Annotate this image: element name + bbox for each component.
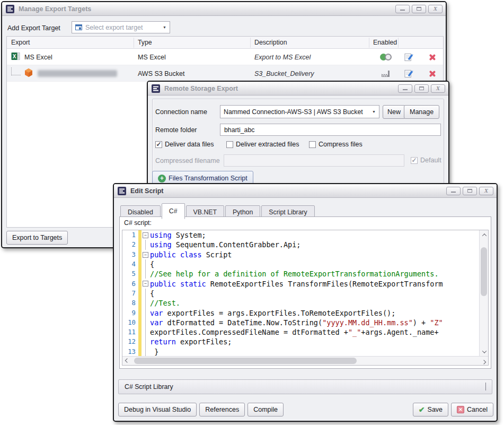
save-button[interactable]: ✔ Save [413, 403, 448, 417]
toggle-on-icon[interactable] [378, 49, 394, 65]
edit-window-titlebar[interactable]: Edit Script X [114, 184, 497, 198]
maximize-icon[interactable] [414, 84, 429, 93]
target-description: Export to MS Excel [254, 49, 311, 65]
code-line: 1−using System; [122, 230, 479, 240]
fold-guide-line [145, 347, 146, 356]
window-title: Manage Export Targets [19, 5, 91, 13]
tab-c-[interactable]: C# [162, 203, 185, 219]
checkbox-deliver-extracted-files[interactable]: Deliver extracted files [226, 141, 299, 148]
connection-name-combobox[interactable]: Nammed Connection-AWS-S3 | AWS S3 Bucket… [220, 105, 379, 118]
add-export-target-label: Add Export Target [7, 24, 60, 32]
minimize-icon[interactable] [395, 5, 410, 13]
export-to-targets-button[interactable]: Export to Targets [6, 231, 68, 245]
script-library-collapsed-panel[interactable]: C# Script Library [118, 379, 492, 394]
grid-icon [75, 23, 82, 32]
svg-text:X: X [13, 54, 16, 59]
scroll-down-icon[interactable] [480, 347, 489, 356]
factory-icon[interactable] [378, 65, 394, 82]
vertical-scrollbar[interactable] [479, 230, 488, 356]
target-name: MS Excel [24, 54, 52, 61]
line-number: 8 [122, 299, 138, 307]
cancel-button[interactable]: ✕ Cancel [451, 403, 493, 417]
editor-label: C# script: [124, 219, 152, 227]
delete-x-icon[interactable] [428, 70, 436, 77]
default-checkbox[interactable]: ✓ Default [411, 157, 441, 164]
scroll-left-icon[interactable] [122, 357, 131, 366]
line-number: 1 [122, 231, 138, 239]
remote-folder-input[interactable]: bharti_abc [220, 124, 441, 136]
code-line: 5//See help for a definition of RemoteEx… [122, 269, 479, 279]
compile-button[interactable]: Compile [247, 403, 284, 417]
line-number: 5 [122, 270, 138, 277]
fold-collapse-icon[interactable]: − [143, 232, 148, 238]
minimize-icon[interactable] [446, 187, 461, 195]
checkbox-checked-icon: ✓ [155, 141, 162, 148]
minimize-icon[interactable] [398, 84, 412, 93]
collapse-caret-icon[interactable] [485, 383, 486, 391]
table-row[interactable]: AWS S3 BucketS3_Bucket_Delivery [7, 65, 443, 82]
code-line: 6−public static RemoteExportFiles Transf… [122, 279, 479, 288]
line-number: 12 [122, 338, 138, 345]
target-type: AWS S3 Bucket [138, 65, 184, 82]
checkbox-deliver-data-files[interactable]: ✓Deliver data files [155, 141, 214, 148]
maximize-icon[interactable] [412, 5, 426, 13]
remote-folder-label: Remote folder [155, 126, 197, 134]
window-title: Remote Storage Export [164, 85, 238, 92]
screenshot-root: Manage Export Targets X Add Export Targe… [0, 0, 504, 425]
debug-in-visual-studio-button[interactable]: Debug in Visual Studio [118, 403, 197, 417]
column-header-enabled[interactable]: Enabled [373, 39, 397, 46]
column-header-type[interactable]: Type [138, 39, 152, 46]
code-line: 12return exportFiles; [122, 337, 479, 346]
scroll-right-icon[interactable] [479, 357, 488, 366]
remote-storage-export-window: Remote Storage Export X Connection name … [147, 81, 449, 191]
line-number: 11 [122, 328, 138, 336]
checkbox-compress-files[interactable]: Compress files [309, 141, 362, 148]
line-number: 6 [122, 280, 138, 288]
new-connection-button[interactable]: New [383, 105, 405, 119]
checkbox-unchecked-icon [226, 141, 233, 148]
line-number: 10 [122, 319, 138, 326]
excel-icon: X [11, 52, 20, 62]
fold-guide-line [145, 240, 146, 249]
edit-pencil-icon[interactable] [404, 49, 413, 65]
code-line: 4{ [122, 259, 479, 269]
code-line: 13 } [122, 347, 479, 356]
references-button[interactable]: References [199, 403, 245, 417]
app-logo-icon [151, 84, 161, 93]
column-header-description[interactable]: Description [254, 39, 287, 46]
select-export-target-combobox[interactable]: Select export target ▼ [72, 21, 170, 33]
fold-guide-line [145, 318, 146, 327]
vertical-scrollbar-thumb[interactable] [481, 247, 487, 296]
horizontal-scrollbar[interactable] [122, 356, 488, 365]
compressed-filename-input [224, 154, 404, 167]
line-number: 13 [122, 348, 138, 355]
close-icon[interactable]: X [428, 5, 443, 13]
table-row[interactable]: XMS ExcelMS ExcelExport to MS Excel [7, 49, 443, 65]
fold-guide-line [145, 269, 146, 279]
manage-window-titlebar[interactable]: Manage Export Targets X [2, 2, 446, 16]
delete-x-icon[interactable] [428, 54, 436, 61]
window-title: Edit Script [130, 187, 164, 195]
line-number: 4 [122, 261, 138, 268]
horizontal-scrollbar-thumb[interactable] [134, 358, 357, 364]
cancel-x-icon: ✕ [457, 406, 464, 413]
column-header-export[interactable]: Export [11, 39, 30, 46]
code-line: 9var exportFiles = args.ExportFiles.ToRe… [122, 308, 479, 317]
scroll-up-icon[interactable] [480, 230, 489, 239]
connection-name-value: Nammed Connection-AWS-S3 | AWS S3 Bucket [224, 108, 363, 116]
code-line: 2using Sequentum.ContentGrabber.Api; [122, 240, 479, 249]
maximize-icon[interactable] [463, 187, 477, 195]
plus-icon: + [158, 175, 166, 183]
close-icon[interactable]: X [479, 187, 493, 195]
code-editor[interactable]: 1−using System;2using Sequentum.ContentG… [122, 230, 489, 366]
line-number: 9 [122, 309, 138, 317]
manage-connections-button[interactable]: Manage [404, 105, 439, 119]
fold-guide-line [145, 298, 146, 308]
close-icon[interactable]: X [431, 84, 445, 93]
script-editor-groupbox: C# script: 1−using System;2using Sequent… [119, 216, 491, 369]
fold-collapse-icon[interactable]: − [143, 281, 148, 287]
edit-pencil-icon[interactable] [404, 65, 413, 82]
fold-collapse-icon[interactable]: − [143, 252, 148, 258]
app-logo-icon [5, 4, 15, 14]
remote-window-titlebar[interactable]: Remote Storage Export X [148, 82, 448, 96]
